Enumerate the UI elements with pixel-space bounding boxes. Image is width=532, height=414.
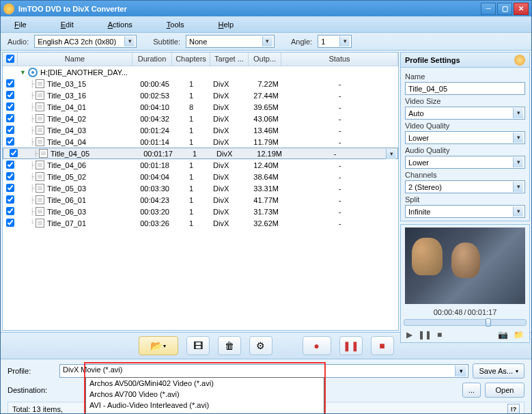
row-target: DivX — [214, 150, 252, 158]
table-row[interactable]: ├Title_04_0200:04:321DivX43.06M- — [3, 113, 398, 124]
row-check[interactable] — [6, 195, 14, 204]
folder-icon[interactable]: 📁 — [514, 330, 524, 340]
row-output: 43.06M — [249, 115, 281, 123]
aq-select[interactable]: Lower — [405, 156, 525, 169]
row-output: 12.40M — [249, 161, 281, 169]
table-row[interactable]: ├Title_03_1500:00:451DivX7.22M- — [3, 78, 398, 89]
row-output: 33.31M — [249, 184, 281, 193]
row-check[interactable] — [6, 79, 14, 87]
clear-button[interactable]: 🗑 — [218, 336, 241, 355]
header-target[interactable]: Target ... — [210, 53, 249, 66]
header-name[interactable]: Name — [18, 53, 132, 66]
browse-button[interactable]: ... — [462, 383, 481, 398]
play-icon[interactable]: ▶ — [406, 330, 412, 340]
name-input[interactable] — [405, 82, 525, 95]
table-row[interactable]: ├Title_06_0100:04:231DivX41.77M- — [3, 194, 398, 206]
table-row[interactable]: ├Title_03_1600:02:531DivX27.44M- — [3, 89, 398, 101]
split-select[interactable]: Infinite — [405, 205, 525, 218]
table-row[interactable]: ├Title_06_0300:03:201DivX31.73M- — [3, 206, 398, 217]
row-check[interactable] — [6, 126, 14, 134]
row-output: 7.22M — [249, 80, 281, 88]
open-button[interactable]: Open — [485, 383, 524, 398]
audio-select[interactable]: English AC3 2ch (0x80) — [34, 35, 137, 48]
row-target: DivX — [210, 219, 249, 227]
row-check[interactable] — [6, 114, 14, 122]
snapshot-icon[interactable]: 📷 — [498, 330, 508, 340]
table-row[interactable]: ├Title_04_0500:01:171DivX12.19M- — [3, 148, 398, 159]
menu-file[interactable]: File — [14, 20, 27, 29]
row-name: Title_04_04 — [47, 138, 86, 146]
menu-help[interactable]: Help — [219, 20, 234, 29]
table-row[interactable]: ├Title_04_0100:04:108DivX39.65M- — [3, 101, 398, 113]
menu-actions[interactable]: Actions — [108, 20, 132, 29]
stop-button[interactable]: ■ — [371, 336, 394, 355]
film-x-icon: 🎞 — [193, 340, 203, 351]
warn-button[interactable]: !? — [507, 404, 520, 414]
row-duration: 00:03:30 — [132, 184, 172, 193]
seek-slider[interactable] — [404, 319, 527, 326]
row-check[interactable] — [6, 102, 14, 111]
audio-label: Audio: — [8, 38, 29, 46]
saveas-button[interactable]: Save As... — [473, 363, 524, 378]
header-duration[interactable]: Duration — [132, 53, 172, 66]
profile-dropdown[interactable]: Archos AV500/GMini402 Video (*.avi)Archo… — [85, 377, 324, 414]
collapse-icon[interactable]: ▼ — [20, 69, 26, 76]
profile-select[interactable]: DivX Movie (*.avi) — [59, 364, 468, 378]
subtitle-select[interactable]: None — [186, 35, 275, 48]
vsize-select[interactable]: Auto — [405, 107, 525, 120]
angle-select[interactable]: 1 — [318, 35, 352, 48]
table-row[interactable]: ├Title_04_0400:01:141DivX11.79M- — [3, 136, 398, 148]
table-row[interactable]: ├Title_04_0300:01:241DivX13.46M- — [3, 124, 398, 136]
dropdown-option[interactable]: Creative Zen Vision Video (*.avi) — [86, 411, 324, 414]
row-check[interactable] — [6, 137, 14, 146]
header-output[interactable]: Outp... — [249, 53, 281, 66]
table-row[interactable]: └Title_07_0100:03:261DivX32.62M- — [3, 217, 398, 229]
table-row[interactable]: ├Title_05_0200:04:041DivX38.64M- — [3, 171, 398, 182]
row-check[interactable] — [6, 184, 14, 192]
row-chapters: 1 — [172, 196, 210, 204]
row-check[interactable] — [6, 219, 14, 227]
ch-select[interactable]: 2 (Stereo) — [405, 180, 525, 193]
dropdown-option[interactable]: AVI - Audio-Video Interleaved (*.avi) — [86, 400, 324, 411]
record-button[interactable]: ● — [303, 336, 331, 355]
aq-label: Audio Quality — [405, 146, 525, 154]
titlebar: ImTOO DVD to DivX Converter ─ ▢ ✕ — [1, 1, 531, 16]
row-check[interactable] — [10, 149, 18, 157]
row-output: 41.77M — [249, 196, 281, 204]
file-icon — [36, 114, 44, 123]
gear-icon[interactable] — [514, 55, 525, 66]
pause-icon[interactable]: ❚❚ — [418, 330, 432, 340]
vq-select[interactable]: Lower — [405, 131, 525, 144]
angle-label: Angle: — [291, 38, 312, 46]
row-check[interactable] — [6, 207, 14, 215]
close-button[interactable]: ✕ — [514, 3, 529, 15]
file-icon — [36, 161, 44, 169]
table-row[interactable]: ├Title_05_0300:03:301DivX33.31M- — [3, 182, 398, 194]
menu-tools[interactable]: Tools — [167, 20, 184, 29]
row-check[interactable] — [6, 161, 14, 169]
row-name: Title_04_01 — [47, 103, 86, 111]
video-preview[interactable] — [405, 227, 525, 304]
row-chapters: 1 — [172, 208, 210, 216]
remove-item-button[interactable]: 🎞 — [186, 336, 210, 355]
pause-bars-icon: ❚❚ — [343, 340, 359, 351]
minimize-button[interactable]: ─ — [481, 3, 496, 15]
row-check[interactable] — [6, 172, 14, 180]
header-chapters[interactable]: Chapters — [172, 53, 210, 66]
row-duration: 00:04:32 — [132, 115, 172, 123]
open-dvd-button[interactable]: 📂▾ — [139, 336, 178, 355]
dropdown-option[interactable]: Archos AV700 Video (*.avi) — [86, 389, 324, 400]
header-status[interactable]: Status — [281, 53, 398, 66]
maximize-button[interactable]: ▢ — [497, 3, 512, 15]
header-check[interactable] — [3, 53, 18, 66]
table-row[interactable]: ├Title_04_0600:01:181DivX12.40M- — [3, 159, 398, 171]
slider-thumb[interactable] — [486, 318, 491, 327]
dropdown-option[interactable]: Archos AV500/GMini402 Video (*.avi) — [86, 378, 324, 389]
row-status: - — [281, 219, 398, 227]
menu-edit[interactable]: Edit — [61, 20, 74, 29]
pause-button[interactable]: ❚❚ — [339, 336, 363, 355]
settings-button[interactable]: ⚙ — [249, 336, 272, 355]
root-node[interactable]: ▼ H:[DIE_ANOTHER_DAY... — [3, 66, 398, 78]
row-check[interactable] — [6, 91, 14, 99]
stop-icon[interactable]: ■ — [437, 330, 442, 340]
